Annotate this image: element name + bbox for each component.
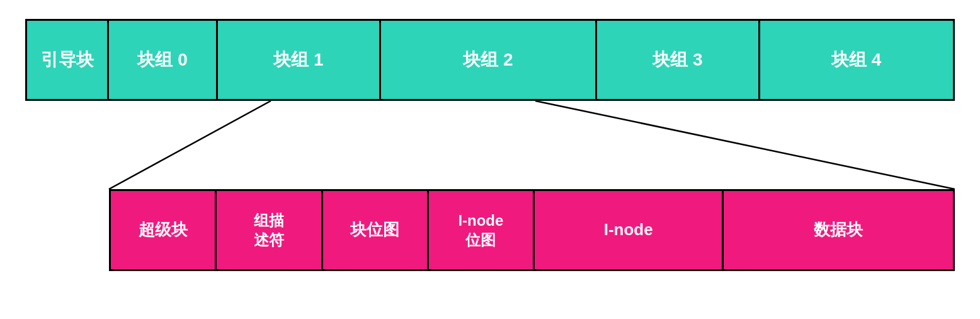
top-cell-group2: 块组 2	[381, 21, 598, 99]
bottom-cell-super: 超级块	[111, 191, 217, 269]
diagram-container: 引导块 块组 0 块组 1 块组 2 块组 3 块组 4 超级块 组描 述符 块…	[0, 0, 980, 319]
svg-line-1	[535, 101, 955, 189]
top-cell-group4: 块组 4	[760, 21, 953, 99]
bottom-cell-desc: 组描 述符	[217, 191, 322, 269]
top-cell-boot: 引导块	[27, 21, 109, 99]
bottom-cell-blockmap: 块位图	[323, 191, 429, 269]
top-cell-group1: 块组 1	[218, 21, 380, 99]
connector-svg	[25, 101, 955, 189]
top-cell-group0: 块组 0	[109, 21, 218, 99]
top-cell-group3: 块组 3	[597, 21, 760, 99]
bottom-cell-data: 数据块	[724, 191, 953, 269]
bottom-row: 超级块 组描 述符 块位图 I-node 位图 I-node 数据块	[109, 189, 955, 271]
bottom-cell-inodemap: I-node 位图	[429, 191, 535, 269]
svg-line-0	[109, 101, 271, 189]
bottom-cell-inode: I-node	[535, 191, 724, 269]
top-row: 引导块 块组 0 块组 1 块组 2 块组 3 块组 4	[25, 19, 955, 101]
